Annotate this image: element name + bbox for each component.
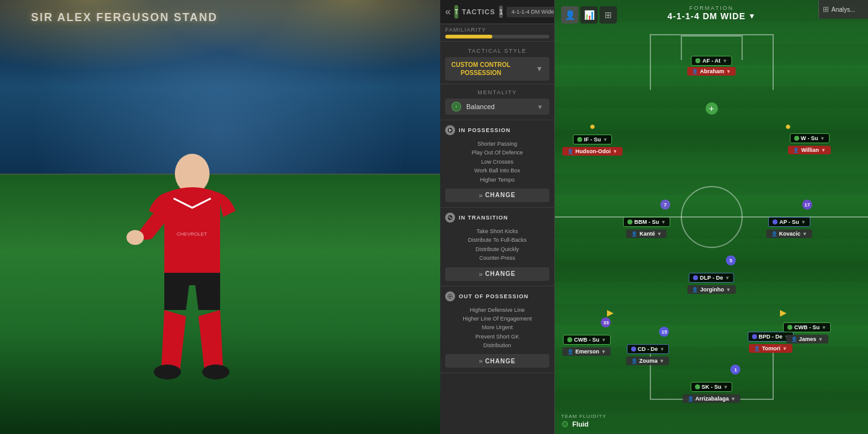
fluidity-text: Fluid bbox=[572, 420, 588, 428]
cb-left-name-badge[interactable]: 👤 Zouma ▼ bbox=[626, 356, 669, 365]
cb-left-role-chevron: ▼ bbox=[660, 347, 665, 352]
cm-right-role-badge[interactable]: AP - Su ▼ bbox=[768, 217, 810, 227]
gk-name: Arrizabalaga bbox=[696, 396, 729, 402]
mentality-title: MENTALITY bbox=[445, 89, 549, 95]
cm-left-role-badge[interactable]: BBM - Su ▼ bbox=[623, 217, 670, 227]
left-winger-role-text: IF - Su bbox=[584, 136, 601, 143]
in-transition-header: IN TRANSITION bbox=[445, 213, 549, 223]
svg-text:CHEVROLET: CHEVROLET bbox=[177, 231, 207, 237]
left-winger-role-chevron: ▼ bbox=[603, 137, 608, 143]
chart-view-button[interactable]: 📊 bbox=[580, 6, 598, 24]
in-possession-icon bbox=[445, 125, 455, 135]
dm-name: Jorginho bbox=[700, 286, 724, 293]
dm-name-badge[interactable]: 👤 Jorginho ▼ bbox=[687, 285, 735, 294]
in-transition-change-label: CHANGE bbox=[485, 270, 515, 277]
possession-item-5: Higher Tempo bbox=[445, 175, 549, 184]
rb-role-badge[interactable]: CWB - Su ▼ bbox=[783, 322, 831, 332]
in-possession-title: IN POSSESSION bbox=[459, 127, 511, 133]
cb-left-role-dot bbox=[631, 347, 636, 352]
mentality-icon bbox=[451, 102, 461, 112]
tactical-style-text: CUSTOM CONTROLPOSSESSION bbox=[451, 61, 510, 77]
familiarity-bar bbox=[445, 35, 549, 38]
player-lb: ▶ 33 CWB - Su ▼ 👤 Emerson ▼ bbox=[562, 322, 611, 356]
svg-point-17 bbox=[447, 293, 453, 299]
player-rb: ▶ CWB - Su ▼ 👤 James ▼ bbox=[783, 322, 831, 343]
possession-item-4: Work Ball Into Box bbox=[445, 166, 549, 175]
slot-number[interactable]: 1 bbox=[499, 6, 503, 18]
tactics-header: « T TACTICS 1 4-1-1-4 DM Wide - Cust... … bbox=[440, 0, 554, 24]
change-arrows-icon: » bbox=[479, 192, 482, 199]
dm-role-badge[interactable]: DLP - De ▼ bbox=[689, 273, 734, 283]
lb-role-chevron: ▼ bbox=[601, 337, 606, 343]
transition-item-3: Distribute Quickly bbox=[445, 245, 549, 254]
cm-left-number: 7 bbox=[660, 200, 670, 210]
formation-chevron[interactable]: ▼ bbox=[748, 12, 756, 20]
oop-item-2: Higher Line Of Engagement bbox=[445, 314, 549, 323]
view-icons: 👤 📊 ⊞ bbox=[561, 6, 617, 24]
player-cm-right: 17 AP - Su ▼ 👤 Kovacic ▼ bbox=[766, 205, 812, 238]
svg-point-4 bbox=[126, 230, 144, 245]
gk-role-dot bbox=[695, 384, 700, 389]
out-of-possession-title: OUT OF POSSESSION bbox=[459, 293, 529, 299]
transition-item-4: Counter-Press bbox=[445, 254, 549, 262]
cm-left-name-badge[interactable]: 👤 Kanté ▼ bbox=[626, 229, 666, 238]
mentality-selector[interactable]: Balanced ▼ bbox=[445, 99, 549, 115]
mentality-chevron: ▼ bbox=[537, 104, 543, 110]
out-of-possession-items: Higher Defensive Line Higher Line Of Eng… bbox=[445, 304, 549, 352]
right-winger-role-text: W - Su bbox=[801, 135, 818, 141]
rb-name-badge[interactable]: 👤 James ▼ bbox=[786, 335, 828, 343]
grid-view-button[interactable]: ⊞ bbox=[600, 6, 617, 24]
lb-number: 33 bbox=[601, 317, 611, 327]
left-winger-name-badge[interactable]: 👤 Hudson-Odoi ▼ bbox=[562, 147, 622, 156]
cb-left-role-text: CD - De bbox=[638, 346, 658, 352]
in-possession-header: IN POSSESSION bbox=[445, 125, 549, 135]
cb-left-role-badge[interactable]: CD - De ▼ bbox=[627, 344, 669, 354]
striker-role-text: AF - At bbox=[702, 58, 720, 64]
dm-role-text: DLP - De bbox=[700, 275, 723, 281]
cm-left-role-text: BBM - Su bbox=[634, 219, 659, 225]
cm-left-role-dot bbox=[627, 219, 632, 224]
person-view-button[interactable]: 👤 bbox=[561, 6, 578, 24]
right-winger-name-badge[interactable]: 👤 Willian ▼ bbox=[788, 146, 831, 154]
team-fluidity: TEAM FLUIDITY ⚙ Fluid bbox=[561, 414, 606, 429]
gk-role-badge[interactable]: SK - Su ▼ bbox=[691, 382, 733, 392]
right-panel: « T TACTICS 1 4-1-1-4 DM Wide - Cust... … bbox=[440, 0, 868, 434]
in-transition-change-button[interactable]: » CHANGE bbox=[445, 267, 549, 281]
right-winger-role-badge[interactable]: W - Su ▼ bbox=[790, 133, 830, 143]
lb-arrow: ▶ bbox=[607, 307, 614, 318]
collapse-button[interactable]: « bbox=[445, 6, 451, 17]
striker-role-badge[interactable]: AF - At ▼ bbox=[691, 56, 732, 66]
out-of-possession-section: OUT OF POSSESSION Higher Defensive Line … bbox=[440, 286, 554, 374]
add-player-top-button[interactable]: + bbox=[706, 102, 718, 115]
cb-right-name: Tomori bbox=[762, 345, 781, 352]
in-possession-change-button[interactable]: » CHANGE bbox=[445, 188, 549, 202]
left-winger-role-badge[interactable]: IF - Su ▼ bbox=[573, 135, 612, 144]
cb-left-number: 15 bbox=[659, 327, 669, 337]
striker-name-badge[interactable]: 👤 Abraham ▼ bbox=[687, 67, 736, 76]
left-winger-role-dot bbox=[577, 137, 582, 142]
game-screenshot: SIR ALEX FERGUSON STAND CHEVROLET bbox=[0, 0, 440, 434]
gk-name-badge[interactable]: 👤 Arrizabalaga ▼ bbox=[683, 394, 741, 403]
player-cm-left: 7 BBM - Su ▼ 👤 Kanté ▼ bbox=[623, 205, 670, 238]
possession-item-3: Low Crosses bbox=[445, 157, 549, 166]
cb-right-name-badge[interactable]: 👤 Tomori ▼ bbox=[749, 344, 792, 353]
lb-name-badge[interactable]: 👤 Emerson ▼ bbox=[562, 347, 611, 356]
tactical-style-title: TACTICAL STYLE bbox=[445, 48, 549, 54]
rb-arrow: ▶ bbox=[780, 307, 787, 318]
cm-right-name: Kovacic bbox=[779, 231, 801, 237]
lb-role-badge[interactable]: CWB - Su ▼ bbox=[563, 335, 611, 345]
out-of-possession-header: OUT OF POSSESSION bbox=[445, 291, 549, 301]
player-figure: CHEVROLET 27 CHEVROLET CHEVROLET CHEVROL… bbox=[105, 136, 279, 403]
formation-selector-text: 4-1-1-4 DM Wide - Cust... bbox=[512, 9, 555, 15]
tactical-style-selector[interactable]: CUSTOM CONTROLPOSSESSION ▼ bbox=[445, 57, 549, 81]
out-of-possession-change-button[interactable]: » CHANGE bbox=[445, 354, 549, 368]
lb-name: Emerson bbox=[575, 348, 600, 355]
in-possession-section: IN POSSESSION Shorter Passing Play Out O… bbox=[440, 120, 554, 208]
in-possession-change-label: CHANGE bbox=[485, 192, 515, 198]
cm-right-name-badge[interactable]: 👤 Kovacic ▼ bbox=[766, 229, 812, 238]
rb-role-chevron: ▼ bbox=[822, 325, 826, 330]
gk-role-chevron: ▼ bbox=[724, 384, 728, 390]
right-winger-role-chevron: ▼ bbox=[820, 136, 825, 141]
oop-item-5: Distribution bbox=[445, 341, 549, 350]
cm-left-name: Kanté bbox=[639, 231, 655, 237]
